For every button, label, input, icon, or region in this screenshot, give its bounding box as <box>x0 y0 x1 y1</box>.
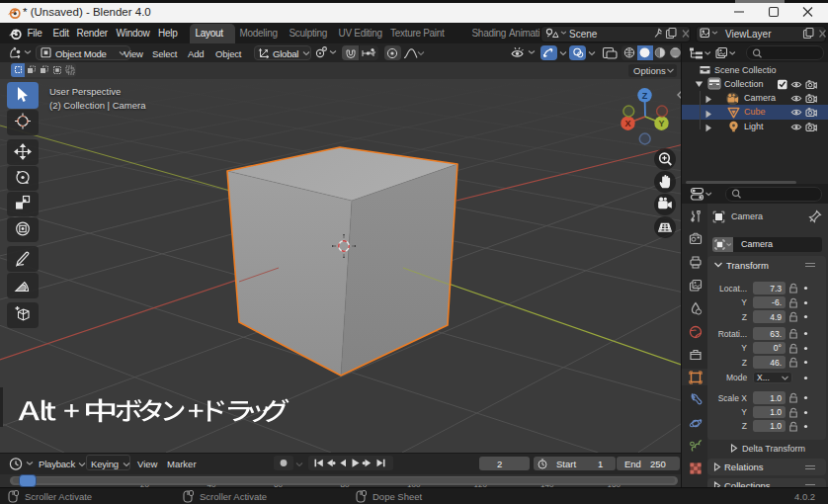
svg-text:Z: Z <box>642 91 648 101</box>
svg-text:Y: Y <box>658 119 664 128</box>
svg-text:X: X <box>624 119 630 128</box>
